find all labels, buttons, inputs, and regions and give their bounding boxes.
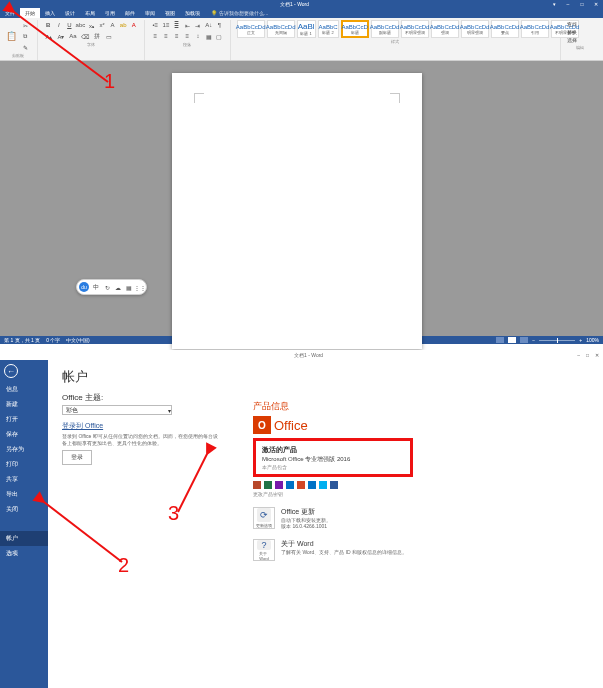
sidebar-item-open[interactable]: 打开 bbox=[0, 412, 48, 427]
tab-insert[interactable]: 插入 bbox=[40, 8, 60, 18]
view-print-button[interactable] bbox=[508, 337, 516, 343]
justify-button[interactable]: ≡ bbox=[183, 31, 192, 41]
strike-button[interactable]: abc bbox=[76, 20, 86, 30]
zoom-level[interactable]: 100% bbox=[586, 337, 599, 343]
line-spacing-button[interactable]: ↕ bbox=[194, 31, 203, 41]
view-read-button[interactable] bbox=[496, 337, 504, 343]
zoom-slider[interactable] bbox=[539, 340, 575, 341]
show-marks-button[interactable]: ¶ bbox=[215, 20, 224, 30]
cut-button[interactable]: ✂ bbox=[20, 20, 30, 30]
sidebar-item-share[interactable]: 共享 bbox=[0, 472, 48, 487]
ribbon-options-icon[interactable]: ▾ bbox=[549, 1, 559, 8]
tab-view[interactable]: 视图 bbox=[160, 8, 180, 18]
sidebar-item-save[interactable]: 保存 bbox=[0, 427, 48, 442]
italic-button[interactable]: I bbox=[55, 20, 64, 30]
style-quote[interactable]: AaBbCcDd引用 bbox=[521, 20, 549, 38]
tab-mailings[interactable]: 邮件 bbox=[120, 8, 140, 18]
style-nospacing[interactable]: AaBbCcDd无间隔 bbox=[267, 20, 295, 38]
close-icon[interactable]: ✕ bbox=[595, 352, 599, 358]
numbering-button[interactable]: 1≡ bbox=[162, 20, 171, 30]
status-lang[interactable]: 中文(中国) bbox=[66, 337, 89, 343]
tab-addins[interactable]: 加载项 bbox=[180, 8, 205, 18]
change-key-link[interactable]: 更改产品密钥 bbox=[253, 491, 503, 497]
sign-in-button[interactable]: 登录 bbox=[62, 450, 92, 465]
tab-design[interactable]: 设计 bbox=[60, 8, 80, 18]
clear-format-button[interactable]: ⌫ bbox=[80, 31, 90, 41]
sidebar-item-close[interactable]: 关闭 bbox=[0, 502, 48, 517]
font-color-button[interactable]: A bbox=[129, 20, 138, 30]
format-painter-button[interactable]: ✎ bbox=[20, 42, 30, 52]
style-emphasis[interactable]: AaBbCcDd强调 bbox=[431, 20, 459, 38]
maximize-icon[interactable]: □ bbox=[577, 1, 587, 8]
style-heading2[interactable]: AaBbC标题 2 bbox=[318, 20, 339, 38]
sidebar-item-print[interactable]: 打印 bbox=[0, 457, 48, 472]
select-button[interactable]: 选择 bbox=[567, 36, 593, 44]
dec-indent-button[interactable]: ⇤ bbox=[183, 20, 192, 30]
sidebar-item-options[interactable]: 选项 bbox=[0, 546, 48, 561]
text-effect-button[interactable]: A bbox=[108, 20, 117, 30]
copy-button[interactable]: ⧉ bbox=[20, 31, 30, 41]
maximize-icon[interactable]: □ bbox=[586, 352, 589, 358]
phonetic-button[interactable]: 拼 bbox=[92, 31, 102, 41]
sort-button[interactable]: A↓ bbox=[204, 20, 213, 30]
char-border-button[interactable]: ▭ bbox=[104, 31, 114, 41]
style-strong[interactable]: AaBbCcDd要点 bbox=[491, 20, 519, 38]
highlight-button[interactable]: ab bbox=[119, 20, 128, 30]
bullets-button[interactable]: •≡ bbox=[151, 20, 160, 30]
tool-sync-icon[interactable]: ↻ bbox=[103, 283, 111, 291]
align-right-button[interactable]: ≡ bbox=[172, 31, 181, 41]
style-subtle-emph[interactable]: AaBbCcDd不明显强调 bbox=[401, 20, 429, 38]
page[interactable] bbox=[172, 73, 422, 349]
subscript-button[interactable]: x₂ bbox=[87, 20, 96, 30]
style-intense-emph[interactable]: AaBbCcDd明显强调 bbox=[461, 20, 489, 38]
underline-button[interactable]: U bbox=[65, 20, 74, 30]
replace-button[interactable]: 替换 bbox=[567, 28, 593, 36]
baidu-icon[interactable]: du bbox=[79, 282, 89, 292]
bold-button[interactable]: B bbox=[44, 20, 53, 30]
tool-grid-icon[interactable]: ▦ bbox=[125, 283, 133, 291]
change-case-button[interactable]: Aa bbox=[68, 31, 78, 41]
about-word-button[interactable]: ? 关于 Word bbox=[253, 539, 275, 561]
sidebar-item-account[interactable]: 帐户 bbox=[0, 531, 48, 546]
tab-file[interactable]: 文件 bbox=[0, 8, 20, 18]
style-normal[interactable]: AaBbCcDd正文 bbox=[237, 20, 265, 38]
tell-me-search[interactable]: 💡 告诉我你想要做什么... bbox=[211, 8, 268, 18]
tab-home[interactable]: 开始 bbox=[20, 8, 40, 18]
minimize-icon[interactable]: – bbox=[563, 1, 573, 8]
style-heading1[interactable]: AaBl标题 1 bbox=[297, 20, 316, 38]
minimize-icon[interactable]: – bbox=[577, 352, 580, 358]
borders-button[interactable]: ▢ bbox=[215, 31, 224, 41]
find-button[interactable]: 查找 bbox=[567, 20, 593, 28]
zoom-in-button[interactable]: + bbox=[579, 337, 582, 343]
grow-font-button[interactable]: A▴ bbox=[44, 31, 54, 41]
shading-button[interactable]: ▦ bbox=[204, 31, 213, 41]
status-page[interactable]: 第 1 页，共 1 页 bbox=[4, 337, 40, 343]
align-center-button[interactable]: ≡ bbox=[162, 31, 171, 41]
view-web-button[interactable] bbox=[520, 337, 528, 343]
multilevel-button[interactable]: ≣ bbox=[172, 20, 181, 30]
sidebar-item-export[interactable]: 导出 bbox=[0, 487, 48, 502]
tool-text-icon[interactable]: 中 bbox=[92, 283, 100, 291]
paste-button[interactable]: 📋 bbox=[4, 28, 18, 44]
close-icon[interactable]: ✕ bbox=[591, 1, 601, 8]
superscript-button[interactable]: x² bbox=[98, 20, 107, 30]
tool-more-icon[interactable]: ⋮⋮ bbox=[136, 283, 144, 291]
sidebar-item-new[interactable]: 新建 bbox=[0, 397, 48, 412]
tab-layout[interactable]: 布局 bbox=[80, 8, 100, 18]
styles-gallery[interactable]: AaBbCcDd正文 AaBbCcDd无间隔 AaBl标题 1 AaBbC标题 … bbox=[237, 20, 554, 38]
sidebar-item-saveas[interactable]: 另存为 bbox=[0, 442, 48, 457]
sidebar-item-info[interactable]: 信息 bbox=[0, 382, 48, 397]
document-area[interactable]: du 中 ↻ ☁ ▦ ⋮⋮ bbox=[0, 61, 603, 336]
align-left-button[interactable]: ≡ bbox=[151, 31, 160, 41]
theme-select[interactable]: 彩色 ▾ bbox=[62, 405, 172, 415]
style-title[interactable]: AaBbCcD标题 bbox=[341, 20, 369, 38]
status-words[interactable]: 0 个字 bbox=[46, 337, 60, 343]
zoom-out-button[interactable]: − bbox=[532, 337, 535, 343]
tab-references[interactable]: 引用 bbox=[100, 8, 120, 18]
update-options-button[interactable]: ⟳ 更新选项 bbox=[253, 507, 275, 529]
tool-cloud-icon[interactable]: ☁ bbox=[114, 283, 122, 291]
shrink-font-button[interactable]: A▾ bbox=[56, 31, 66, 41]
back-arrow-button[interactable]: ← bbox=[4, 364, 18, 378]
style-subtitle[interactable]: AaBbCcDd副标题 bbox=[371, 20, 399, 38]
floating-toolbar[interactable]: du 中 ↻ ☁ ▦ ⋮⋮ bbox=[76, 279, 147, 295]
